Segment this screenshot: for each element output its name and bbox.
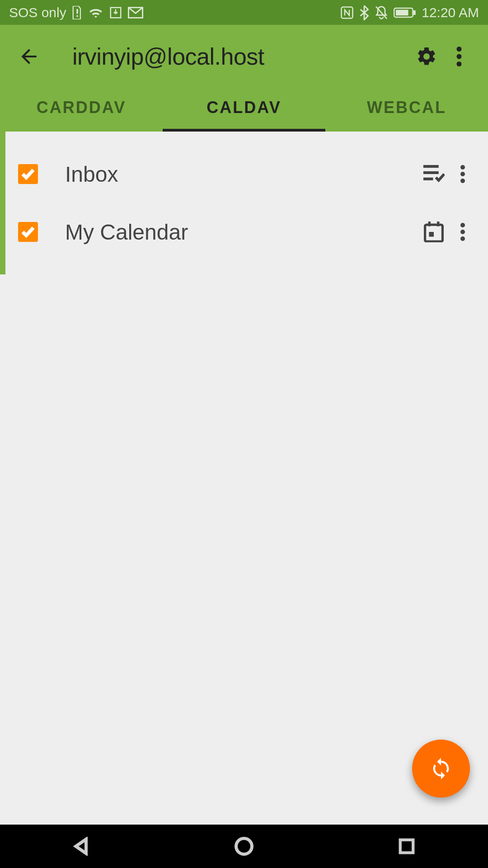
more-vert-icon xyxy=(460,223,465,241)
check-icon xyxy=(21,168,35,180)
clock-text: 12:20 AM xyxy=(422,5,479,20)
svg-rect-7 xyxy=(413,10,416,15)
system-nav-bar xyxy=(0,825,488,868)
item-label: Inbox xyxy=(38,162,418,187)
mail-icon xyxy=(128,7,143,19)
svg-point-22 xyxy=(460,230,465,234)
status-bar: SOS only xyxy=(0,0,488,25)
content-area: Inbox My Calendar xyxy=(0,132,488,825)
network-status-text: SOS only xyxy=(9,5,66,20)
svg-point-16 xyxy=(460,179,465,183)
more-vert-icon xyxy=(460,165,465,183)
bluetooth-icon xyxy=(359,5,369,20)
circle-home-icon xyxy=(235,837,253,856)
svg-point-21 xyxy=(460,223,465,227)
svg-point-8 xyxy=(457,47,462,52)
dnd-off-icon xyxy=(375,5,388,20)
item-type-button[interactable] xyxy=(418,158,450,190)
item-type-button[interactable] xyxy=(418,216,450,248)
wifi-icon xyxy=(88,6,103,19)
triangle-back-icon xyxy=(72,837,91,856)
nav-recent-button[interactable] xyxy=(380,830,434,863)
svg-rect-11 xyxy=(423,165,439,168)
svg-point-14 xyxy=(460,165,465,170)
tab-caldav[interactable]: CALDAV xyxy=(163,84,325,132)
status-left: SOS only xyxy=(9,5,143,20)
svg-point-24 xyxy=(236,839,252,854)
download-icon xyxy=(109,6,122,19)
app-bar: irvinyip@local.host CARDDAV CALDAV WEBCA… xyxy=(0,25,488,132)
sim-alert-icon xyxy=(72,6,83,19)
item-menu-button[interactable] xyxy=(450,216,475,248)
nav-back-button[interactable] xyxy=(54,830,108,863)
sync-checkbox[interactable] xyxy=(18,164,38,184)
settings-button[interactable] xyxy=(410,40,443,73)
back-button[interactable] xyxy=(13,40,45,73)
sync-checkbox[interactable] xyxy=(18,222,38,242)
svg-rect-18 xyxy=(428,222,431,226)
svg-point-9 xyxy=(457,54,462,59)
svg-rect-20 xyxy=(429,232,434,237)
calendar-icon xyxy=(424,222,444,242)
status-right: 12:20 AM xyxy=(340,5,479,20)
list-item[interactable]: My Calendar xyxy=(0,203,488,261)
tab-bar: CARDDAV CALDAV WEBCAL xyxy=(0,84,488,132)
sync-fab[interactable] xyxy=(412,740,470,797)
svg-rect-13 xyxy=(423,178,433,180)
item-label: My Calendar xyxy=(38,220,418,245)
nfc-icon xyxy=(340,6,354,19)
list-item[interactable]: Inbox xyxy=(0,145,488,203)
battery-icon xyxy=(394,7,416,19)
svg-rect-1 xyxy=(76,15,78,16)
check-icon xyxy=(21,226,35,238)
account-title: irvinyip@local.host xyxy=(45,43,410,70)
gear-icon xyxy=(416,46,437,67)
svg-rect-12 xyxy=(423,171,439,174)
tasks-icon xyxy=(423,165,445,183)
item-menu-button[interactable] xyxy=(450,158,475,190)
square-recent-icon xyxy=(398,838,415,855)
more-vert-icon xyxy=(456,47,462,66)
svg-point-10 xyxy=(457,61,462,66)
collection-list: Inbox My Calendar xyxy=(0,132,488,274)
nav-home-button[interactable] xyxy=(217,830,271,863)
svg-rect-25 xyxy=(400,840,413,853)
arrow-back-icon xyxy=(18,45,40,68)
svg-rect-19 xyxy=(437,222,439,226)
overflow-menu-button[interactable] xyxy=(443,40,475,73)
svg-rect-0 xyxy=(76,9,78,13)
tab-carddav[interactable]: CARDDAV xyxy=(0,84,163,132)
sync-icon xyxy=(429,757,453,780)
svg-point-23 xyxy=(460,236,465,241)
svg-point-15 xyxy=(460,172,465,176)
tab-webcal[interactable]: WEBCAL xyxy=(325,84,488,132)
svg-rect-6 xyxy=(396,9,408,15)
